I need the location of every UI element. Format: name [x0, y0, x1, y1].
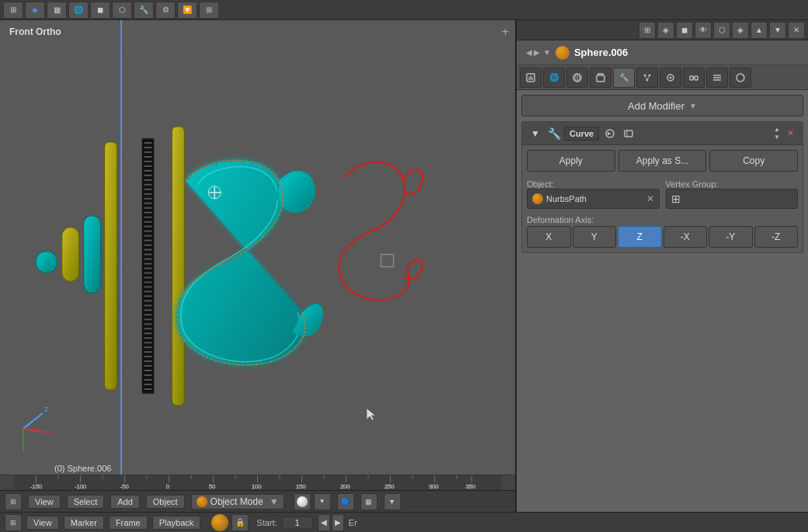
bottom-playback-btn[interactable]: Playback	[152, 516, 201, 530]
vertex-group-field[interactable]: ⊞	[666, 189, 799, 209]
panel-icon-1[interactable]: ⊞	[639, 22, 656, 39]
tab-modifiers[interactable]: 🔧	[613, 68, 635, 88]
mode-selector[interactable]: Object Mode ▼	[191, 494, 284, 509]
bottom-bar: ⊞ View Marker Frame Playback 🔒 Start: ◀ …	[0, 512, 808, 532]
toolbar-icon-2[interactable]: ◈	[25, 2, 45, 19]
modifier-mode-icon-1[interactable]	[602, 126, 618, 141]
copy-btn[interactable]: Copy	[709, 150, 798, 172]
select-menu-btn[interactable]: Select	[67, 495, 105, 509]
tab-constraints[interactable]	[683, 68, 705, 88]
apply-as-shape-btn[interactable]: Apply as S...	[618, 150, 707, 172]
tab-data[interactable]	[706, 68, 728, 88]
modifier-header-icons: ▲ ▼ ✕	[774, 126, 798, 141]
panel-icon-8[interactable]: ▼	[769, 22, 786, 39]
bottom-view-icon[interactable]: ⊞	[5, 514, 22, 531]
view-menu-btn[interactable]: View	[28, 495, 61, 509]
nav-arrow-right[interactable]: ▶	[534, 48, 540, 57]
axis-btn-x[interactable]: X	[527, 226, 571, 248]
toolbar-icon-3[interactable]: ▦	[47, 2, 67, 19]
svg-rect-49	[144, 314, 152, 315]
axis-btn-neg-y[interactable]: -Y	[709, 226, 753, 248]
tab-scene[interactable]: 🌐	[543, 68, 565, 88]
modifier-header: ▼ 🔧 Curve ▲ ▼	[522, 122, 803, 145]
svg-rect-15	[144, 156, 152, 158]
svg-text:100: 100	[252, 483, 262, 490]
sphere-display-icon[interactable]	[294, 493, 311, 510]
bottom-view-btn[interactable]: View	[26, 516, 59, 530]
axis-btn-neg-x[interactable]: -X	[663, 226, 708, 248]
svg-rect-66	[381, 255, 394, 267]
nav-arrow-left[interactable]: ◀	[526, 48, 532, 57]
svg-rect-44	[144, 290, 152, 292]
panel-icon-4[interactable]: 👁	[695, 22, 712, 39]
svg-rect-16	[144, 161, 152, 162]
svg-text:150: 150	[296, 483, 306, 490]
frame-prev-btn[interactable]: ◀	[318, 514, 330, 531]
apply-btn[interactable]: Apply	[527, 150, 615, 172]
modifier-mode-icon-2[interactable]	[621, 126, 636, 141]
toolbar-icon-5[interactable]: ◼	[90, 2, 110, 19]
svg-rect-14	[144, 151, 152, 153]
toolbar-icon-10[interactable]: ⊞	[199, 2, 219, 19]
view-controls-icon[interactable]: ⊞	[5, 493, 22, 510]
viewport[interactable]: Front Ortho +	[0, 20, 517, 512]
tab-physics[interactable]	[660, 68, 681, 88]
tab-world[interactable]	[566, 68, 588, 88]
object-header: ◀ ▶ ▼ Sphere.006	[517, 40, 808, 65]
axis-btn-neg-z[interactable]: -Z	[754, 226, 799, 248]
svg-rect-112	[597, 75, 604, 82]
object-field-value: NurbsPath	[546, 194, 643, 203]
panel-icon-5[interactable]: ⬡	[713, 22, 730, 39]
svg-rect-38	[144, 263, 152, 265]
svg-rect-30	[144, 226, 152, 228]
render-icon[interactable]: ▦	[360, 493, 378, 510]
panel-icon-close[interactable]: ✕	[788, 22, 805, 39]
modifier-delete-btn[interactable]: ✕	[782, 126, 798, 141]
bottom-frame-btn[interactable]: Frame	[109, 516, 148, 530]
viewport-status-bar: ⊞ View Select Add Object Object Mode ▼ ▼…	[0, 490, 515, 512]
nav-arrow-down[interactable]: ▼	[543, 48, 551, 57]
modifier-collapse-btn[interactable]: ▼	[527, 125, 544, 142]
axis-btn-y[interactable]: Y	[573, 226, 617, 248]
tab-object[interactable]	[590, 68, 611, 88]
svg-rect-121	[695, 76, 698, 80]
panel-icon-2[interactable]: ◈	[657, 22, 674, 39]
display-mode-icon[interactable]: ▼	[314, 493, 331, 510]
panel-icon-6[interactable]: ◈	[732, 22, 749, 39]
svg-text:0: 0	[166, 483, 169, 490]
viewport-extra-icon[interactable]: ▼	[384, 493, 401, 510]
svg-text:-50: -50	[120, 483, 129, 490]
toolbar-icon-9[interactable]: 🔽	[177, 2, 197, 19]
panel-icon-7[interactable]: ▲	[751, 22, 768, 39]
add-modifier-btn[interactable]: Add Modifier ▼	[521, 95, 803, 116]
frame-next-btn[interactable]: ▶	[332, 514, 344, 531]
tab-particles[interactable]	[636, 68, 658, 88]
object-menu-btn[interactable]: Object	[146, 495, 185, 509]
object-field-clear-btn[interactable]: ✕	[646, 193, 654, 204]
tab-render[interactable]	[520, 68, 542, 88]
modifier-block-curve: ▼ 🔧 Curve ▲ ▼	[521, 121, 803, 253]
tab-material[interactable]	[730, 68, 751, 88]
svg-rect-53	[144, 332, 152, 334]
panel-icon-3[interactable]: ◼	[676, 22, 693, 39]
add-menu-btn[interactable]: Add	[110, 495, 140, 509]
svg-rect-19	[144, 175, 152, 176]
toolbar-icon-7[interactable]: 🔧	[134, 2, 154, 19]
toolbar-icon-6[interactable]: ⬡	[112, 2, 132, 19]
modifier-move-updown[interactable]: ▲ ▼	[774, 126, 780, 141]
svg-rect-52	[144, 328, 152, 329]
svg-rect-55	[144, 342, 152, 343]
add-modifier-dropdown-icon: ▼	[689, 102, 697, 110]
snap-icon[interactable]: 🔵	[337, 493, 354, 510]
toolbar-icon-4[interactable]: 🌐	[68, 2, 89, 19]
modifier-name-display[interactable]: Curve	[564, 127, 599, 141]
bottom-lock-icon[interactable]: 🔒	[232, 514, 249, 531]
object-field[interactable]: NurbsPath ✕	[527, 189, 660, 209]
toolbar-icon-1[interactable]: ⊞	[3, 2, 23, 19]
svg-rect-43	[144, 286, 152, 287]
bottom-marker-btn[interactable]: Marker	[64, 516, 104, 530]
svg-rect-59	[144, 360, 152, 362]
toolbar-icon-8[interactable]: ⚙	[155, 2, 176, 19]
axis-btn-z[interactable]: Z	[618, 226, 662, 248]
start-frame-input[interactable]	[282, 516, 313, 529]
